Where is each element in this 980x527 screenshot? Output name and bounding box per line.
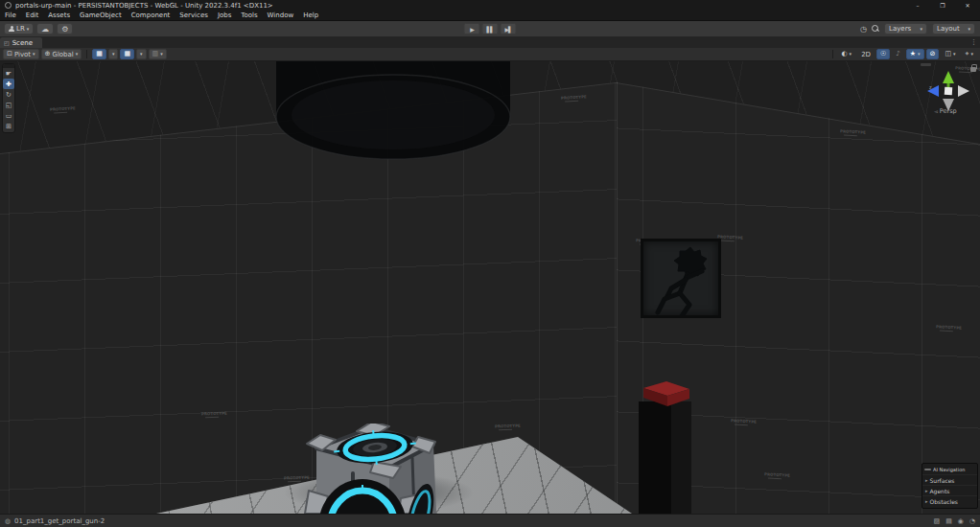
ai-nav-agents[interactable]: ▸ Agents [922,485,977,495]
transform-tool[interactable]: ⊞ [3,121,14,131]
menu-jobs[interactable]: Jobs [213,11,236,21]
unity-logo-icon [5,2,12,9]
scene-lighting-toggle[interactable]: ☉ [876,49,890,59]
red-button[interactable] [639,379,692,408]
cloud-icon: ☁ [41,25,49,34]
persp-arrow-icon: ◅ [934,108,938,114]
collapsed-arrow-icon: ▸ [925,477,928,483]
search-icon[interactable] [872,25,879,33]
chevron-down-icon: ▾ [970,52,973,57]
2d-label: 2D [861,51,871,58]
chevron-down-icon: ▾ [33,52,35,57]
2d-toggle-button[interactable]: 2D [857,49,875,59]
audio-icon: ♪ [896,51,899,57]
menu-bar: File Edit Assets GameObject Component Se… [0,11,980,21]
scene-visibility-toggle[interactable]: ⊘ [926,49,940,59]
scale-tool[interactable]: ◱ [3,100,14,110]
snap-increment-dropdown[interactable]: ▥ ▾ [149,49,167,59]
chevron-down-icon: ▾ [953,52,956,57]
main-toolbar: LR ▾ ☁ ⚙ ▶ ▌▌ ▶▌ ◷ Layers ▾ Layout ▾ [0,21,980,37]
grid-visibility-button[interactable]: ▦ [92,49,106,59]
camera-icon: ◫ [945,51,951,57]
effects-icon: ★ [910,51,916,57]
snap-increment-icon: ▥ [152,51,159,57]
chevron-down-icon: ▾ [76,52,79,57]
layout-label: Layout [937,25,960,33]
undo-history-icon[interactable]: ◷ [860,25,867,34]
menu-tools[interactable]: Tools [236,11,262,21]
global-label: Global [52,51,73,58]
account-dropdown[interactable]: LR ▾ [4,23,34,34]
globe-icon: ⊕ [45,51,51,57]
companion-cube[interactable] [286,424,441,514]
menu-file[interactable]: File [0,11,21,21]
rotate-tool[interactable]: ↻ [3,89,14,100]
chevron-down-icon: ▾ [968,27,970,32]
status-bar: ◍ 01_part1_get_portal_gun-2 ▨ ▤ ◉ ◔ [0,514,980,527]
grid-snapping-caret[interactable]: ▾ [136,49,147,59]
grid-icon: ▦ [96,51,103,57]
grid-visibility-caret[interactable]: ▾ [108,49,119,59]
shaded-sphere-icon: ◐ [842,51,848,57]
button-pillar[interactable] [639,401,691,514]
global-dropdown[interactable]: ⊕ Global ▾ [41,49,82,59]
grid-snapping-button[interactable]: ▦ [120,49,134,59]
minimize-button[interactable]: – [905,0,930,11]
menu-component[interactable]: Component [127,11,175,21]
pause-button[interactable]: ▌▌ [482,23,499,34]
paint-mode-icon[interactable]: ▨ [934,517,941,525]
menu-gameobject[interactable]: GameObject [75,11,127,21]
play-button[interactable]: ▶ [464,23,480,34]
move-tool[interactable]: ✚ [3,79,14,89]
scene-audio-toggle[interactable]: ♪ [892,49,903,59]
collapsed-arrow-icon: ▸ [925,488,928,493]
ai-nav-obstacles[interactable]: ▸ Obstacles [922,495,977,506]
menu-services[interactable]: Services [175,11,213,21]
scene-tab-label: Scene [12,39,33,47]
ceiling-cylinder[interactable] [270,61,516,163]
menu-assets[interactable]: Assets [43,11,75,21]
draw-mode-dropdown[interactable]: ◐ ▾ [838,49,856,59]
tools-overlay: ☛ ✚ ↻ ◱ ▭ ⊞ [2,63,15,133]
effects-dropdown[interactable]: ★ ▾ [906,49,924,59]
step-button[interactable]: ▶▌ [501,23,517,34]
scene-viewport[interactable]: PROTOTYPE PROTOTYPE PROTOTYPE PROTOTYPE … [0,61,980,514]
layout-dropdown[interactable]: Layout ▾ [932,23,975,34]
services-settings-button[interactable]: ⚙ [57,23,73,34]
tab-strip: ◰ Scene ⋮ [0,37,980,48]
toolbar-divider [86,50,87,58]
auto-refresh-icon[interactable]: ◉ [958,517,964,525]
ai-nav-surfaces[interactable]: ▸ Surfaces [922,474,977,485]
scene-view-toolbar: ⊡ Pivot ▾ ⊕ Global ▾ ▦ ▾ ▦ ▾ ▥ ▾ ◐ [0,48,980,61]
wall-sign-frame[interactable] [641,239,721,318]
view-hand-tool[interactable]: ☛ [3,68,14,79]
gizmos-dropdown[interactable]: ⌖ ▾ [962,49,977,59]
status-message[interactable]: 01_part1_get_portal_gun-2 [14,517,105,525]
unity-editor-window: portals-urp-main - PERSISTANTOBJECTS - W… [0,0,980,527]
title-bar: portals-urp-main - PERSISTANTOBJECTS - W… [0,0,980,11]
background-tasks-icon[interactable]: ◔ [969,517,975,525]
tab-options-icon[interactable]: ⋮ [970,38,977,46]
menu-help[interactable]: Help [298,11,323,21]
cache-server-icon[interactable]: ▤ [945,517,952,525]
tab-scene[interactable]: ◰ Scene [0,37,42,48]
prototype-stamp: PROTOTYPE [201,412,227,419]
menu-edit[interactable]: Edit [21,11,44,21]
close-button[interactable]: ✕ [955,0,980,11]
chevron-down-icon: ▾ [918,52,921,57]
layers-label: Layers [889,25,911,33]
camera-settings-dropdown[interactable]: ◫ ▾ [941,49,959,59]
pivot-label: Pivot [14,51,31,58]
rect-tool[interactable]: ▭ [3,110,14,121]
chevron-down-icon: ▾ [920,27,922,32]
projection-label[interactable]: ◅ Persp [934,107,957,115]
pivot-dropdown[interactable]: ⊡ Pivot ▾ [3,49,39,59]
cloud-button[interactable]: ☁ [36,23,54,34]
console-icon[interactable]: ◍ [5,517,11,525]
maximize-button[interactable]: ❐ [930,0,955,11]
chevron-down-icon: ▾ [112,52,115,57]
layers-dropdown[interactable]: Layers ▾ [884,23,927,34]
overlay-drag-handle[interactable] [924,469,931,470]
menu-window[interactable]: Window [263,11,299,21]
window-title: portals-urp-main - PERSISTANTOBJECTS - W… [15,2,905,10]
